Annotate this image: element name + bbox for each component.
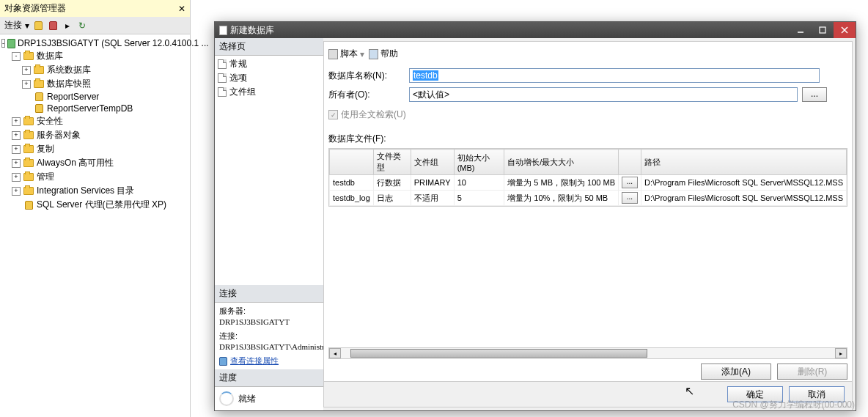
progress-header: 进度 [215,369,323,387]
cell-path[interactable]: D:\Program Files\Microsoft SQL Server\MS… [641,175,846,191]
cell-group[interactable]: PRIMARY [411,175,454,191]
tree-server-node[interactable]: - DRP1SJ3BSIGATYT (SQL Server 12.0.4100.… [1,37,188,49]
minimize-button[interactable] [790,22,812,38]
tree-node[interactable]: +系统数据库 [1,63,188,77]
scroll-right-icon[interactable]: ▸ [835,348,847,358]
grid-header-cell[interactable] [618,150,641,175]
dialog-left-pane: 选择页 常规选项文件组 连接 服务器: DRP1SJ3BSIGATYT 连接: … [215,38,323,410]
page-icon [218,87,227,97]
page-item-label: 常规 [229,58,247,70]
dialog-right-pane: 脚本 ▾ 帮助 数据库名称(N): testdb 所有者(O): <默认值> .… [323,41,853,407]
tree-node[interactable]: +复制 [1,142,188,156]
folder-icon [23,200,34,210]
grid-header-cell[interactable]: 文件类型 [373,150,411,175]
cell-size[interactable]: 10 [454,175,504,191]
owner-browse-button[interactable]: ... [802,87,827,102]
expand-icon[interactable]: + [12,159,21,168]
table-row[interactable]: testdb_log日志不适用5增量为 10%，限制为 50 MB...D:\P… [330,191,847,206]
tree-node[interactable]: ReportServerTempDB [1,103,188,114]
page-item[interactable]: 文件组 [218,85,320,99]
new-database-dialog: 新建数据库 选择页 常规选项文件组 连接 服务器: DRP1SJ3BSIGATY… [214,21,856,411]
tree-node-label: 服务器对象 [37,129,81,141]
cell-group[interactable]: 不适用 [411,191,454,206]
expand-icon[interactable]: + [12,187,21,196]
cell-type[interactable]: 日志 [373,191,411,206]
connect-dropdown-icon[interactable]: ▾ [25,21,29,31]
connection-header: 连接 [215,285,323,303]
explorer-close-icon[interactable]: ✕ [178,4,185,14]
maximize-button[interactable] [812,22,834,38]
grid-header-cell[interactable]: 路径 [641,150,846,175]
page-list: 常规选项文件组 [215,56,323,100]
tree-node[interactable]: ReportServer [1,91,188,103]
tree-node[interactable]: SQL Server 代理(已禁用代理 XP) [1,198,188,212]
page-item[interactable]: 常规 [218,57,320,71]
expand-icon[interactable]: + [12,145,21,154]
expand-icon[interactable]: + [12,173,21,182]
table-row[interactable]: testdb行数据PRIMARY10增量为 5 MB，限制为 100 MB...… [330,175,847,191]
explorer-title-bar: 对象资源管理器 ✕ [0,0,190,17]
cell-size[interactable]: 5 [454,191,504,206]
close-button[interactable] [834,22,856,38]
tree-node[interactable]: +Integration Services 目录 [1,184,188,198]
object-explorer-panel: 对象资源管理器 ✕ 连接 ▾ ▸ ↻ - DRP1SJ3BSIGATYT (SQ… [0,0,191,417]
ellipsis-button[interactable]: ... [622,192,638,204]
ok-button[interactable]: 确定 [727,386,783,402]
grid-header-cell[interactable]: 初始大小(MB) [454,150,504,175]
folder-icon [23,186,34,196]
grid-header-cell[interactable]: 文件组 [411,150,454,175]
cell-growth[interactable]: 增量为 5 MB，限制为 100 MB [504,175,619,191]
folder-icon [33,79,45,89]
scroll-left-icon[interactable]: ◂ [329,348,341,358]
db-files-grid[interactable]: 文件类型文件组初始大小(MB)自动增长/最大大小 路径 testdb行数据PRI… [328,148,847,207]
expand-icon[interactable]: + [22,66,31,75]
cell-growth-btn[interactable]: ... [618,191,641,206]
dialog-title-bar[interactable]: 新建数据库 [215,22,856,38]
grid-header-cell[interactable] [330,150,374,175]
svg-rect-1 [820,27,825,33]
dialog-icon [219,26,227,35]
explorer-title-text: 对象资源管理器 [4,2,66,15]
tree-node-label: DRP1SJ3BSIGATYT (SQL Server 12.0.4100.1 … [18,38,209,48]
cell-growth[interactable]: 增量为 10%，限制为 50 MB [504,191,619,206]
scrollbar-thumb[interactable] [350,349,647,358]
tree-node[interactable]: -数据库 [1,49,188,63]
cell-path[interactable]: D:\Program Files\Microsoft SQL Server\MS… [641,191,846,206]
tree-node[interactable]: +服务器对象 [1,128,188,142]
cell-growth-btn[interactable]: ... [618,175,641,191]
expand-icon[interactable]: + [12,117,21,126]
cell-type[interactable]: 行数据 [373,175,411,191]
toolbar-icon-2[interactable] [47,20,59,32]
owner-input[interactable]: <默认值> [409,87,798,102]
db-name-input[interactable]: testdb [409,68,820,83]
cell-name[interactable]: testdb [330,175,374,191]
toolbar-icon-3[interactable]: ▸ [62,20,73,32]
tree-node[interactable]: +数据库快照 [1,77,188,91]
tree-node[interactable]: +AlwaysOn 高可用性 [1,156,188,170]
cell-name[interactable]: testdb_log [330,191,374,206]
expand-icon[interactable]: + [12,131,21,140]
expand-icon[interactable]: - [12,52,21,61]
database-icon [33,103,45,114]
horizontal-scrollbar[interactable]: ◂ ▸ [328,347,847,359]
chevron-down-icon: ▾ [360,49,364,59]
toolbar-refresh-icon[interactable]: ↻ [76,20,88,32]
expand-icon[interactable]: + [22,80,31,89]
page-icon [218,73,227,83]
remove-button: 删除(R) [777,364,847,380]
folder-icon [23,144,34,155]
tree-node-label: Integration Services 目录 [37,185,134,197]
help-button[interactable]: 帮助 [369,48,398,60]
add-button[interactable]: 添加(A) [701,364,771,380]
view-connection-properties-link[interactable]: 查看连接属性 [219,355,319,366]
grid-header-cell[interactable]: 自动增长/最大大小 [504,150,619,175]
toolbar-icon-1[interactable] [32,20,44,32]
cancel-button[interactable]: 取消 [789,386,845,402]
connect-label[interactable]: 连接 [4,19,22,32]
ellipsis-button[interactable]: ... [622,177,638,188]
script-dropdown[interactable]: 脚本 ▾ [328,48,364,60]
expand-icon[interactable]: - [1,39,5,48]
page-item[interactable]: 选项 [218,71,320,85]
tree-node[interactable]: +管理 [1,170,188,184]
tree-node[interactable]: +安全性 [1,114,188,128]
